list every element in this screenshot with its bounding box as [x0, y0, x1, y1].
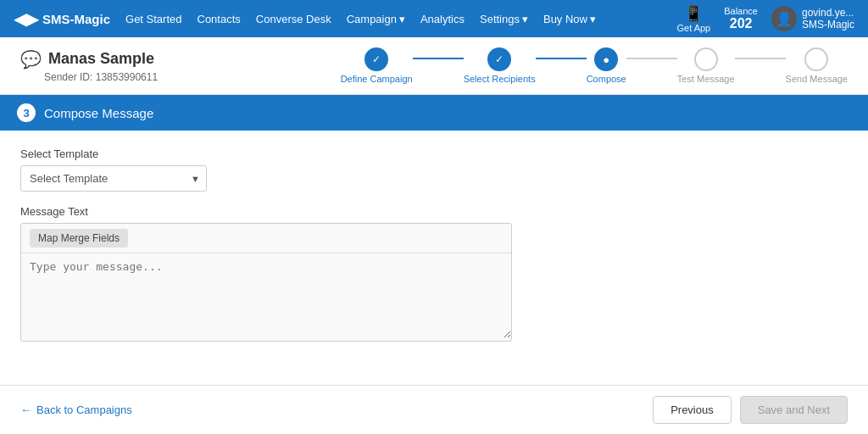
navbar-right: 📱 Get App Balance 202 👤 govind.ye... SMS…: [676, 4, 854, 33]
template-label: Select Template: [20, 147, 848, 160]
phone-icon: 📱: [684, 4, 703, 23]
stepper: ✓ Define Campaign ✓ Select Recipients ● …: [341, 47, 848, 84]
balance-value: 202: [730, 16, 753, 31]
step-2-label: Select Recipients: [464, 74, 536, 84]
logo-text: SMS-Magic: [42, 12, 110, 26]
map-merge-fields-button[interactable]: Map Merge Fields: [30, 229, 128, 248]
step-4-label: Test Message: [677, 74, 735, 84]
step-1-circle: ✓: [364, 47, 388, 71]
step-4-circle: [694, 47, 718, 71]
nav-campaign[interactable]: Campaign ▾: [347, 13, 405, 25]
nav-converse-desk[interactable]: Converse Desk: [256, 13, 331, 25]
settings-dropdown-icon: ▾: [522, 13, 528, 25]
step-send-message: Send Message: [786, 47, 848, 84]
user-name: govind.ye...: [802, 7, 854, 19]
balance-label: Balance: [724, 6, 758, 16]
get-app-label: Get App: [676, 23, 710, 33]
template-select-wrapper: Select Template ▼: [20, 165, 207, 192]
step-3-circle: ●: [594, 47, 618, 71]
step-1-label: Define Campaign: [341, 74, 413, 84]
nav-buy-now[interactable]: Buy Now ▾: [543, 13, 596, 25]
step-select-recipients: ✓ Select Recipients: [464, 47, 536, 84]
step-3-label: Compose: [587, 74, 626, 84]
navbar: ◀▶ SMS-Magic Get Started Contacts Conver…: [0, 0, 868, 37]
back-arrow-icon: ←: [20, 403, 31, 416]
message-text-area: Map Merge Fields: [20, 223, 512, 342]
nav-links: Get Started Contacts Converse Desk Campa…: [125, 13, 676, 25]
merge-fields-bar: Map Merge Fields: [21, 224, 511, 253]
campaign-header: 💬 Manas Sample Sender ID: 13853990611 ✓ …: [0, 37, 868, 95]
step-line-3: [626, 58, 677, 59]
logo-arrows-icon: ◀▶: [14, 8, 39, 29]
avatar: 👤: [771, 6, 797, 31]
back-to-campaigns-link[interactable]: ← Back to Campaigns: [20, 403, 132, 416]
nav-analytics[interactable]: Analytics: [420, 13, 465, 25]
step-line-2: [536, 58, 587, 59]
buynow-dropdown-icon: ▾: [590, 13, 596, 25]
step-line-4: [735, 58, 786, 59]
step-compose: ● Compose: [587, 47, 626, 84]
section-step-badge: 3: [17, 103, 36, 122]
back-label: Back to Campaigns: [36, 403, 132, 416]
balance-section: Balance 202: [724, 6, 758, 31]
save-next-button[interactable]: Save and Next: [740, 396, 848, 424]
campaign-info: 💬 Manas Sample Sender ID: 13853990611: [20, 49, 158, 83]
step-define-campaign: ✓ Define Campaign: [341, 47, 413, 84]
step-5-label: Send Message: [786, 74, 848, 84]
user-sub: SMS-Magic: [802, 19, 854, 31]
campaign-name: 💬 Manas Sample: [20, 49, 158, 70]
compose-section-header: 3 Compose Message: [0, 95, 868, 131]
message-textarea[interactable]: [21, 253, 511, 338]
step-test-message: Test Message: [677, 47, 735, 84]
logo[interactable]: ◀▶ SMS-Magic: [14, 8, 110, 29]
nav-settings[interactable]: Settings ▾: [480, 13, 528, 25]
user-menu[interactable]: 👤 govind.ye... SMS-Magic: [771, 6, 854, 31]
get-app-button[interactable]: 📱 Get App: [676, 4, 710, 33]
template-select[interactable]: Select Template: [20, 165, 207, 192]
whatsapp-icon: 💬: [20, 49, 42, 70]
footer-buttons: Previous Save and Next: [653, 396, 848, 424]
main-content: Select Template Select Template ▼ Messag…: [0, 131, 868, 385]
footer: ← Back to Campaigns Previous Save and Ne…: [0, 385, 868, 434]
sender-id: Sender ID: 13853990611: [44, 71, 158, 83]
campaign-dropdown-icon: ▾: [399, 13, 405, 25]
template-group: Select Template Select Template ▼: [20, 147, 848, 192]
step-line-1: [413, 58, 464, 59]
step-2-circle: ✓: [487, 47, 511, 71]
message-group: Message Text Map Merge Fields: [20, 205, 848, 342]
step-5-circle: [804, 47, 828, 71]
section-title: Compose Message: [44, 106, 153, 120]
nav-get-started[interactable]: Get Started: [125, 13, 181, 25]
previous-button[interactable]: Previous: [653, 396, 732, 424]
nav-contacts[interactable]: Contacts: [198, 13, 241, 25]
message-label: Message Text: [20, 205, 848, 218]
